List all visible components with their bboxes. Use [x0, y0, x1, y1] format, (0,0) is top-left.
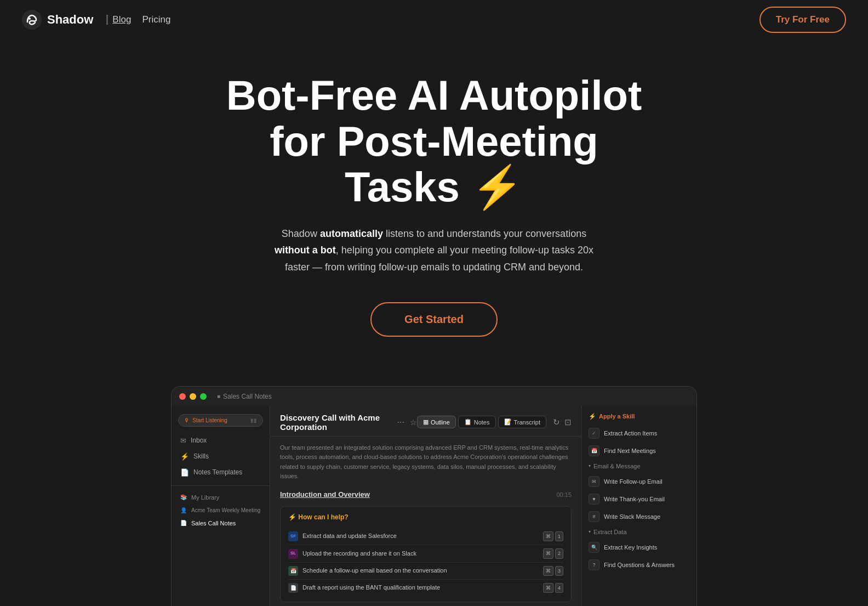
- meeting-options-icon[interactable]: ···: [397, 417, 404, 427]
- doc-icon: 📄: [180, 520, 187, 526]
- app-titlebar: ■ Sales Call Notes: [172, 387, 696, 406]
- chevron-down-icon: ▾: [589, 463, 591, 468]
- hero-section: Bot-Free AI Autopilot for Post-Meeting T…: [0, 39, 868, 359]
- sidebar-item-skills[interactable]: ⚡ Skills: [172, 449, 270, 464]
- task-row[interactable]: SF Extract data and update Salesforce ⌘ …: [288, 528, 563, 545]
- titlebar-minimize-dot: [190, 393, 196, 400]
- meeting-intro-text: Our team presented an integrated solutio…: [280, 443, 572, 482]
- outline-tab-icon: ▦: [423, 418, 429, 426]
- sidebar-item-sales-call-notes[interactable]: 📄 Sales Call Notes: [172, 517, 270, 529]
- help-title: ⚡ How can I help?: [288, 512, 563, 523]
- email-icon: ✉: [592, 479, 596, 484]
- try-for-free-button[interactable]: Try For Free: [760, 7, 846, 33]
- document-icon: 📄: [288, 583, 298, 593]
- sidebar-divider: [172, 485, 270, 486]
- tab-transcript[interactable]: 📝 Transcript: [498, 416, 547, 428]
- notes-tab-icon: 📋: [464, 418, 472, 426]
- skills-icon: ⚡: [180, 452, 189, 461]
- mic-icon: 🎙: [184, 417, 190, 423]
- hero-title: Bot-Free AI Autopilot for Post-Meeting T…: [187, 72, 681, 210]
- app-body: 🎙 Start Listening ▮▮ ✉ Inbox ⚡ Skills 📄 …: [172, 406, 696, 606]
- meeting-star-icon[interactable]: ☆: [410, 418, 417, 427]
- question-icon: ?: [592, 562, 595, 568]
- slack-icon: SL: [288, 549, 298, 559]
- app-sidebar: 🎙 Start Listening ▮▮ ✉ Inbox ⚡ Skills 📄 …: [172, 406, 270, 606]
- chevron-down-icon-2: ▾: [589, 529, 591, 534]
- nav-left: Shadow Blog Pricing: [22, 10, 177, 30]
- tab-notes[interactable]: 📋 Notes: [458, 416, 496, 428]
- expand-icon[interactable]: ⊡: [564, 417, 572, 427]
- notes-templates-icon: 📄: [180, 468, 189, 477]
- section-title: Introduction and Overview: [280, 489, 370, 501]
- sidebar-item-notes-templates[interactable]: 📄 Notes Templates: [172, 465, 270, 480]
- nav-pricing-link[interactable]: Pricing: [135, 11, 177, 29]
- ai-help-box: ⚡ How can I help? SF Extract data and up…: [280, 506, 572, 603]
- logo-icon: [22, 10, 42, 30]
- salesforce-icon: SF: [288, 531, 298, 541]
- hero-subtitle: Shadow automatically listens to and unde…: [264, 225, 604, 276]
- write-thankyou-email-button[interactable]: ♥ Write Thank-you Email: [582, 490, 696, 508]
- section-time: 00:15: [556, 490, 572, 500]
- extract-data-group[interactable]: ▾ Extract Data: [582, 525, 696, 539]
- task-row[interactable]: 📄 Draft a report using the BANT qualific…: [288, 580, 563, 596]
- email-message-group[interactable]: ▾ Email & Message: [582, 460, 696, 473]
- nav-links: Blog Pricing: [106, 11, 177, 29]
- lightning-apply-icon: ⚡: [589, 413, 596, 420]
- heart-icon: ♥: [592, 496, 595, 502]
- find-next-meetings-button[interactable]: 📅 Find Next Meetings: [582, 442, 696, 460]
- insights-icon: 🔍: [591, 545, 597, 550]
- refresh-icon[interactable]: ↻: [553, 417, 560, 427]
- check-icon: ✓: [592, 431, 596, 436]
- svg-point-1: [28, 18, 31, 20]
- logo[interactable]: Shadow: [22, 10, 93, 30]
- app-main-header: Discovery Call with Acme Corporation ···…: [270, 406, 581, 437]
- app-mockup: ■ Sales Call Notes 🎙 Start Listening ▮▮ …: [171, 386, 697, 606]
- logo-text: Shadow: [47, 13, 93, 27]
- sidebar-item-my-library[interactable]: 📚 My Library: [172, 491, 270, 503]
- meeting-title: Discovery Call with Acme Corporation: [280, 413, 392, 432]
- sidebar-item-acme-meeting[interactable]: 👤 Acme Team Weekly Meeting: [172, 505, 270, 516]
- calendar-right-icon: 📅: [591, 448, 597, 454]
- view-tabs: ▦ Outline 📋 Notes 📝 Transcript: [417, 416, 546, 428]
- app-main-body: Our team presented an integrated solutio…: [270, 437, 581, 606]
- tab-outline[interactable]: ▦ Outline: [417, 416, 456, 428]
- app-right-panel: ⚡ Apply a Skill ✓ Extract Action Items 📅…: [581, 406, 696, 606]
- titlebar-tab: ■ Sales Call Notes: [217, 393, 272, 400]
- write-slack-message-button[interactable]: # Write Slack Message: [582, 508, 696, 525]
- transcript-tab-icon: 📝: [504, 418, 512, 426]
- get-started-button[interactable]: Get Started: [370, 302, 498, 337]
- write-followup-email-button[interactable]: ✉ Write Follow-up Email: [582, 473, 696, 490]
- task-row[interactable]: 📅 Schedule a follow-up email based on th…: [288, 563, 563, 580]
- person-icon: 👤: [180, 507, 187, 513]
- apply-skill-title: ⚡ Apply a Skill: [582, 413, 696, 424]
- lightning-icon: ⚡: [471, 163, 523, 210]
- navbar: Shadow Blog Pricing Try For Free: [0, 0, 868, 39]
- app-main: Discovery Call with Acme Corporation ···…: [270, 406, 581, 606]
- inbox-icon: ✉: [180, 437, 186, 445]
- nav-blog-link[interactable]: Blog: [106, 14, 131, 25]
- calendar-icon: 📅: [288, 566, 298, 576]
- section-header: Introduction and Overview 00:15: [280, 489, 572, 501]
- task-row[interactable]: SL Upload the recording and share it on …: [288, 545, 563, 562]
- svg-point-0: [22, 10, 42, 30]
- titlebar-maximize-dot: [200, 393, 207, 400]
- slack-msg-icon: #: [592, 514, 595, 519]
- library-icon: 📚: [180, 494, 187, 500]
- extract-action-items-button[interactable]: ✓ Extract Action Items: [582, 424, 696, 442]
- find-questions-answers-button[interactable]: ? Find Questions & Answers: [582, 556, 696, 574]
- sidebar-item-inbox[interactable]: ✉ Inbox: [172, 433, 270, 448]
- titlebar-close-dot: [179, 393, 186, 400]
- extract-key-insights-button[interactable]: 🔍 Extract Key Insights: [582, 539, 696, 556]
- start-listening-button[interactable]: 🎙 Start Listening ▮▮: [178, 414, 263, 427]
